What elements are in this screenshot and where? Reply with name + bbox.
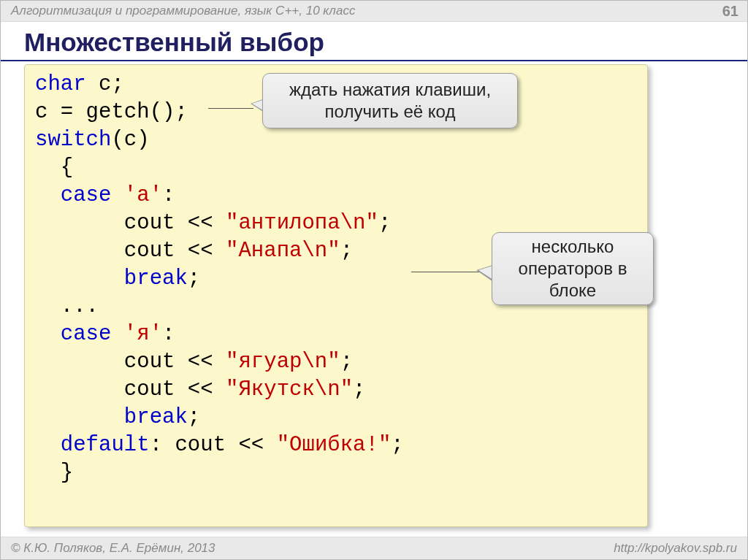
content-area: char c; c = getch(); switch(c) { case 'а…: [24, 64, 737, 532]
slide-footer: © К.Ю. Поляков, Е.А. Ерёмин, 2013 http:/…: [1, 537, 747, 559]
string-literal: "антилопа\n": [226, 211, 378, 235]
copyright: © К.Ю. Поляков, Е.А. Ерёмин, 2013: [11, 541, 215, 556]
kw-break: break: [124, 405, 188, 429]
kw-case: case: [61, 183, 112, 207]
page-number: 61: [722, 3, 739, 20]
course-title: Алгоритмизация и программирование, язык …: [11, 4, 355, 18]
kw-switch: switch: [35, 128, 111, 152]
kw-case: case: [61, 322, 112, 346]
callout-connector: [411, 272, 480, 272]
slide-header: Алгоритмизация и программирование, язык …: [1, 1, 747, 22]
char-literal: 'а': [124, 183, 162, 207]
slide-title: Множественный выбор: [1, 28, 747, 61]
string-literal: "Ошибка!": [277, 433, 392, 457]
kw-default: default: [61, 433, 150, 457]
callout-connector: [208, 108, 253, 109]
kw-break: break: [124, 266, 188, 291]
string-literal: "ягуар\n": [226, 350, 340, 374]
kw-char: char: [35, 72, 86, 96]
footer-url: http://kpolyakov.spb.ru: [614, 541, 737, 556]
string-literal: "Якутск\n": [226, 377, 353, 402]
char-literal: 'я': [124, 322, 162, 346]
slide: Алгоритмизация и программирование, язык …: [0, 0, 748, 560]
string-literal: "Анапа\n": [226, 239, 340, 263]
callout-getch: ждать нажатия клавиши, получить её код: [262, 73, 518, 129]
callout-block: несколько операторов в блоке: [492, 232, 654, 305]
